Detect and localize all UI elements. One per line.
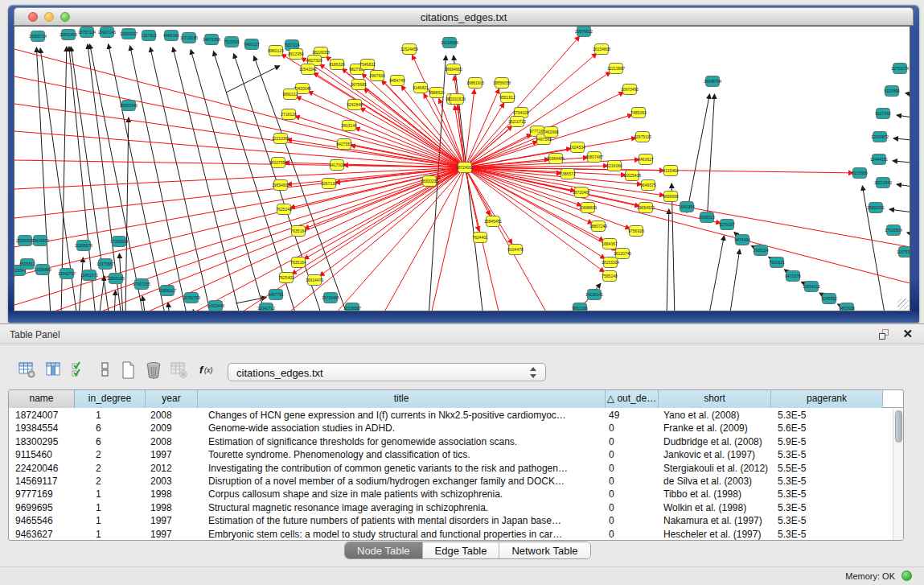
graph-node[interactable]: 12213967 xyxy=(607,64,625,74)
graph-node[interactable]: 16782759 xyxy=(183,293,200,303)
graph-node[interactable]: 10975887 xyxy=(97,259,114,270)
tab-edge-table[interactable]: Edge Table xyxy=(423,542,500,558)
graph-node[interactable]: 17016504 xyxy=(885,225,902,236)
graph-node[interactable]: 9890112 xyxy=(282,89,298,100)
table-row[interactable]: 1456911722003Disruption of a novel membe… xyxy=(9,475,893,488)
scrollbar-thumb[interactable] xyxy=(895,410,902,443)
graph-node[interactable]: 7515526 xyxy=(224,37,240,47)
graph-node[interactable]: 18757124 xyxy=(78,27,96,38)
graph-node[interactable]: 7625402 xyxy=(278,273,294,283)
graph-edge[interactable] xyxy=(226,66,280,93)
graph-node[interactable]: 15845451 xyxy=(484,216,502,227)
graph-edge[interactable] xyxy=(667,209,669,311)
graph-node[interactable]: 9474444 xyxy=(734,235,750,245)
graph-edge[interactable] xyxy=(687,94,709,213)
delete-column-icon[interactable] xyxy=(144,360,165,381)
graph-edge[interactable] xyxy=(295,116,465,167)
graph-node[interactable]: 6279197 xyxy=(719,220,735,230)
graph-edge[interactable] xyxy=(729,249,740,311)
float-panel-icon[interactable] xyxy=(879,329,890,340)
graph-node[interactable]: 16914479 xyxy=(306,275,323,286)
graph-edge[interactable] xyxy=(142,296,146,311)
graph-node[interactable]: 7585248 xyxy=(602,271,618,282)
table-row[interactable]: 1938455462009Genome-wide association stu… xyxy=(9,422,893,435)
graph-node[interactable]: 15692391 xyxy=(867,203,885,213)
graph-node[interactable]: 10719185 xyxy=(180,33,198,43)
graph-node[interactable]: 10025438 xyxy=(623,171,641,181)
graph-node[interactable]: 20053346 xyxy=(120,101,138,111)
graph-node[interactable]: 16154808 xyxy=(593,44,610,55)
table-row[interactable]: 1830029562008Estimation of significance … xyxy=(9,435,893,448)
graph-edge[interactable] xyxy=(14,160,465,167)
graph-node[interactable]: 16664950 xyxy=(445,64,462,75)
graph-node[interactable]: 14671358 xyxy=(203,35,220,45)
close-panel-icon[interactable]: ✕ xyxy=(902,327,913,341)
graph-edge[interactable] xyxy=(889,209,910,213)
graph-node[interactable]: 18720407 xyxy=(573,187,590,198)
graph-node[interactable]: 11923448 xyxy=(207,301,224,311)
graph-node[interactable]: 7635164 xyxy=(290,257,306,268)
graph-node[interactable]: 12975115 xyxy=(634,132,651,142)
graph-node[interactable]: 20937146 xyxy=(98,27,116,38)
graph-node[interactable]: 19218586 xyxy=(441,38,458,48)
graph-edge[interactable] xyxy=(893,161,910,163)
graph-node[interactable]: 18107554 xyxy=(269,158,287,168)
graph-node[interactable]: 1684067 xyxy=(602,239,618,249)
graph-edge[interactable] xyxy=(897,115,910,118)
graph-node[interactable]: 9588520 xyxy=(429,88,445,98)
graph-node[interactable]: 8267130 xyxy=(321,179,337,189)
graph-node[interactable]: 15716485 xyxy=(322,293,339,303)
graph-node[interactable]: 8938923 xyxy=(699,212,715,223)
graph-node[interactable]: 2718126 xyxy=(281,109,297,120)
graph-edge[interactable] xyxy=(465,167,910,286)
graph-node[interactable]: 11156889 xyxy=(34,265,51,275)
graph-node[interactable]: 12042712 xyxy=(257,303,275,311)
function-builder-icon[interactable]: f(x) xyxy=(198,360,219,381)
graph-node[interactable]: 16210643 xyxy=(874,178,892,188)
table-row[interactable]: 977716911998Corpus callosum shape and si… xyxy=(9,488,893,501)
graph-edge[interactable] xyxy=(14,167,465,305)
graph-edge[interactable] xyxy=(360,108,465,167)
graph-node[interactable]: 10973493 xyxy=(621,84,639,95)
table-selector-dropdown[interactable]: citations_edges.txt xyxy=(228,363,546,381)
graph-node[interactable]: 7462666 xyxy=(543,127,559,138)
graph-node[interactable]: 8505812 xyxy=(19,259,35,270)
graph-node[interactable]: 10543342 xyxy=(299,64,317,75)
graph-node[interactable]: 12042757 xyxy=(58,269,76,279)
column-header-title[interactable]: title xyxy=(198,390,606,408)
graph-edge[interactable] xyxy=(907,233,910,236)
tab-node-table[interactable]: Node Table xyxy=(345,542,423,558)
graph-node[interactable]: 16210722 xyxy=(508,117,526,127)
network-window-titlebar[interactable]: citations_edges.txt xyxy=(14,7,914,26)
column-header-out_de[interactable]: △ out_de… xyxy=(606,390,659,408)
graph-node[interactable]: 19556058 xyxy=(493,78,511,89)
graph-node[interactable]: 8215958 xyxy=(852,168,868,179)
graph-node[interactable]: 9457791 xyxy=(268,290,284,300)
graph-node[interactable]: 6216066 xyxy=(606,161,622,171)
graph-node[interactable]: 9146821 xyxy=(413,83,429,93)
graph-edge[interactable] xyxy=(109,44,166,311)
select-columns-icon[interactable] xyxy=(70,360,91,381)
graph-node[interactable]: 8471676 xyxy=(785,271,801,282)
graph-node[interactable]: 7932621 xyxy=(769,257,785,268)
graph-node[interactable]: 9551812 xyxy=(499,93,515,103)
graph-node[interactable]: 14355724 xyxy=(29,31,47,42)
graph-node[interactable]: 9675685 xyxy=(351,80,367,90)
graph-node[interactable]: 2935114 xyxy=(753,245,768,256)
graph-node[interactable]: 10654112 xyxy=(803,282,820,292)
graph-node[interactable]: 9115460 xyxy=(663,166,678,176)
graph-edge[interactable] xyxy=(292,167,465,274)
graph-node[interactable]: 6466160 xyxy=(163,31,179,41)
graph-node[interactable]: 2803144 xyxy=(341,121,357,131)
graph-node[interactable]: 1640954 xyxy=(679,202,695,212)
graph-node[interactable]: 18807249 xyxy=(589,221,607,232)
graph-node[interactable]: 19654923 xyxy=(637,203,655,213)
graph-node[interactable]: 9329966 xyxy=(884,86,900,97)
graph-node[interactable]: 12524459 xyxy=(400,44,418,55)
graph-edge[interactable] xyxy=(142,167,465,311)
table-row[interactable]: 2242004622012Investigating the contribut… xyxy=(9,462,893,475)
graph-node[interactable]: 11675305 xyxy=(897,247,910,257)
column-header-year[interactable]: year xyxy=(146,390,198,408)
graph-edge[interactable] xyxy=(465,167,512,244)
graph-node[interactable]: 10807487 xyxy=(585,152,603,163)
